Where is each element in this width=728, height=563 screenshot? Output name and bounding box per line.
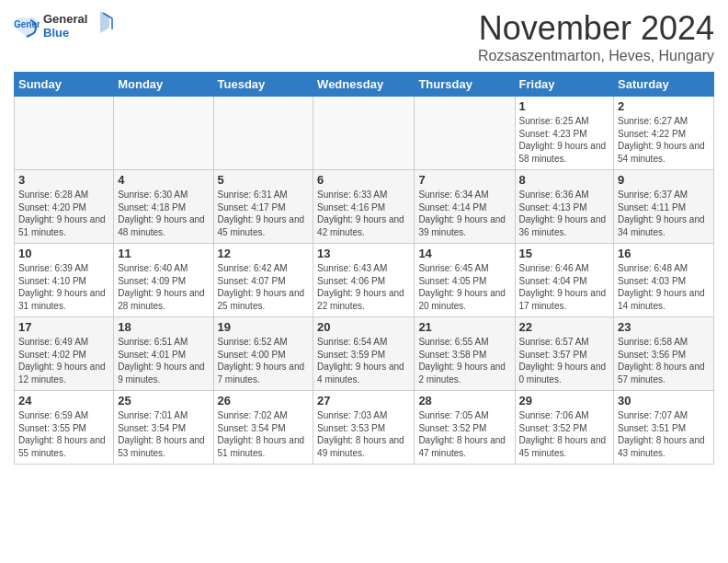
title-block: November 2024 Rozsaszentmarton, Heves, H… [478,9,714,64]
calendar-cell: 4Sunrise: 6:30 AMSunset: 4:18 PMDaylight… [114,170,213,244]
day-number: 27 [317,394,410,408]
day-number: 7 [418,173,510,187]
calendar-cell: 1Sunrise: 6:25 AMSunset: 4:23 PMDaylight… [515,97,614,170]
day-number: 18 [118,320,209,334]
main-title: November 2024 [478,9,714,48]
day-number: 21 [418,320,510,334]
calendar-cell: 26Sunrise: 7:02 AMSunset: 3:54 PMDayligh… [213,391,313,465]
day-number: 1 [519,99,610,113]
day-number: 8 [519,173,610,187]
day-info: Sunrise: 6:45 AMSunset: 4:05 PMDaylight:… [418,262,510,312]
calendar-cell: 13Sunrise: 6:43 AMSunset: 4:06 PMDayligh… [313,244,415,317]
calendar-cell: 10Sunrise: 6:39 AMSunset: 4:10 PMDayligh… [15,244,114,317]
week-row-3: 17Sunrise: 6:49 AMSunset: 4:02 PMDayligh… [15,317,714,391]
logo: General General Blue [14,9,117,46]
svg-text:General: General [43,12,87,26]
calendar-cell: 3Sunrise: 6:28 AMSunset: 4:20 PMDaylight… [15,170,114,244]
day-info: Sunrise: 6:25 AMSunset: 4:23 PMDaylight:… [519,115,610,165]
day-info: Sunrise: 7:05 AMSunset: 3:52 PMDaylight:… [418,409,510,459]
calendar-cell: 25Sunrise: 7:01 AMSunset: 3:54 PMDayligh… [114,391,213,465]
week-row-4: 24Sunrise: 6:59 AMSunset: 3:55 PMDayligh… [15,391,714,465]
day-number: 12 [218,247,310,260]
week-row-1: 3Sunrise: 6:28 AMSunset: 4:20 PMDaylight… [15,170,714,244]
calendar-cell: 18Sunrise: 6:51 AMSunset: 4:01 PMDayligh… [114,317,213,391]
calendar-cell: 20Sunrise: 6:54 AMSunset: 3:59 PMDayligh… [313,317,415,391]
day-number: 15 [519,247,610,260]
week-row-2: 10Sunrise: 6:39 AMSunset: 4:10 PMDayligh… [15,244,714,317]
day-info: Sunrise: 6:46 AMSunset: 4:04 PMDaylight:… [519,262,610,312]
day-info: Sunrise: 6:37 AMSunset: 4:11 PMDaylight:… [618,189,710,238]
calendar-cell: 8Sunrise: 6:36 AMSunset: 4:13 PMDaylight… [515,170,614,244]
day-number: 9 [618,173,710,187]
day-number: 28 [418,394,510,408]
day-number: 26 [218,394,310,408]
day-info: Sunrise: 6:55 AMSunset: 3:58 PMDaylight:… [418,336,510,385]
calendar-cell: 11Sunrise: 6:40 AMSunset: 4:09 PMDayligh… [114,244,213,317]
col-monday: Monday [114,73,213,97]
day-number: 24 [18,394,109,408]
day-info: Sunrise: 6:49 AMSunset: 4:02 PMDaylight:… [18,336,109,385]
day-info: Sunrise: 6:40 AMSunset: 4:09 PMDaylight:… [118,262,209,312]
day-number: 23 [618,320,710,334]
day-info: Sunrise: 6:42 AMSunset: 4:07 PMDaylight:… [218,262,310,312]
day-info: Sunrise: 6:39 AMSunset: 4:10 PMDaylight:… [18,262,109,312]
calendar-cell: 6Sunrise: 6:33 AMSunset: 4:16 PMDaylight… [313,170,415,244]
day-number: 14 [418,247,510,260]
day-number: 10 [18,247,109,260]
day-info: Sunrise: 7:02 AMSunset: 3:54 PMDaylight:… [218,409,310,459]
day-number: 4 [118,173,209,187]
day-info: Sunrise: 6:48 AMSunset: 4:03 PMDaylight:… [618,262,710,312]
day-info: Sunrise: 7:06 AMSunset: 3:52 PMDaylight:… [519,409,610,459]
day-number: 22 [519,320,610,334]
calendar-cell [213,97,313,170]
day-info: Sunrise: 6:33 AMSunset: 4:16 PMDaylight:… [317,189,410,238]
week-row-0: 1Sunrise: 6:25 AMSunset: 4:23 PMDaylight… [15,97,714,170]
calendar-cell: 5Sunrise: 6:31 AMSunset: 4:17 PMDaylight… [213,170,313,244]
calendar-cell: 17Sunrise: 6:49 AMSunset: 4:02 PMDayligh… [15,317,114,391]
calendar-cell: 21Sunrise: 6:55 AMSunset: 3:58 PMDayligh… [415,317,515,391]
calendar-cell: 14Sunrise: 6:45 AMSunset: 4:05 PMDayligh… [415,244,515,317]
day-number: 16 [618,247,710,260]
calendar-cell: 9Sunrise: 6:37 AMSunset: 4:11 PMDaylight… [614,170,714,244]
calendar-cell: 23Sunrise: 6:58 AMSunset: 3:56 PMDayligh… [614,317,714,391]
col-tuesday: Tuesday [213,73,313,97]
day-info: Sunrise: 7:03 AMSunset: 3:53 PMDaylight:… [317,409,410,459]
calendar-cell [114,97,213,170]
calendar-header-row: Sunday Monday Tuesday Wednesday Thursday… [15,73,714,97]
calendar: Sunday Monday Tuesday Wednesday Thursday… [14,72,714,465]
day-info: Sunrise: 6:43 AMSunset: 4:06 PMDaylight:… [317,262,410,312]
calendar-cell: 27Sunrise: 7:03 AMSunset: 3:53 PMDayligh… [313,391,415,465]
col-sunday: Sunday [15,73,114,97]
day-number: 5 [218,173,310,187]
calendar-cell: 28Sunrise: 7:05 AMSunset: 3:52 PMDayligh… [415,391,515,465]
calendar-cell: 16Sunrise: 6:48 AMSunset: 4:03 PMDayligh… [614,244,714,317]
day-number: 30 [618,394,710,408]
day-number: 20 [317,320,410,334]
subtitle: Rozsaszentmarton, Heves, Hungary [478,48,714,64]
day-info: Sunrise: 7:07 AMSunset: 3:51 PMDaylight:… [618,409,710,459]
day-number: 6 [317,173,410,187]
calendar-cell: 29Sunrise: 7:06 AMSunset: 3:52 PMDayligh… [515,391,614,465]
day-number: 29 [519,394,610,408]
day-info: Sunrise: 6:54 AMSunset: 3:59 PMDaylight:… [317,336,410,385]
day-info: Sunrise: 7:01 AMSunset: 3:54 PMDaylight:… [118,409,209,459]
day-info: Sunrise: 6:27 AMSunset: 4:22 PMDaylight:… [618,115,710,165]
day-info: Sunrise: 6:36 AMSunset: 4:13 PMDaylight:… [519,189,610,238]
calendar-cell: 19Sunrise: 6:52 AMSunset: 4:00 PMDayligh… [213,317,313,391]
day-number: 13 [317,247,410,260]
day-info: Sunrise: 6:57 AMSunset: 3:57 PMDaylight:… [519,336,610,385]
col-thursday: Thursday [415,73,515,97]
logo-text: General Blue [43,9,117,46]
day-info: Sunrise: 6:31 AMSunset: 4:17 PMDaylight:… [218,189,310,238]
col-friday: Friday [515,73,614,97]
day-info: Sunrise: 6:30 AMSunset: 4:18 PMDaylight:… [118,189,209,238]
calendar-cell [313,97,415,170]
calendar-cell: 30Sunrise: 7:07 AMSunset: 3:51 PMDayligh… [614,391,714,465]
header: General General Blue November 2024 Rozsa… [14,9,714,64]
svg-text:Blue: Blue [43,26,69,40]
day-number: 2 [618,99,710,113]
day-number: 25 [118,394,209,408]
day-number: 19 [218,320,310,334]
day-number: 3 [18,173,109,187]
day-info: Sunrise: 6:59 AMSunset: 3:55 PMDaylight:… [18,409,109,459]
